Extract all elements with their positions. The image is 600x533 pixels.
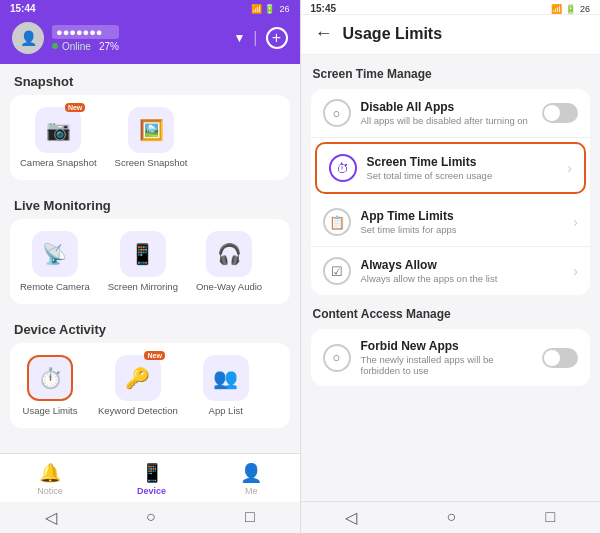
username: ●●●●●●● [52,25,119,39]
nav-device[interactable]: 📱 Device [137,462,166,496]
notice-label: Notice [37,486,63,496]
app-time-limits-title: App Time Limits [361,209,564,223]
screen-time-limits-subtitle: Set total time of screen usage [367,170,558,181]
screen-time-card: ○ Disable All Apps All apps will be disa… [311,89,591,295]
live-monitoring-section: Live Monitoring 📡 Remote Camera 📱 Screen… [0,188,300,312]
keyword-detection-item[interactable]: 🔑 New Keyword Detection [98,355,178,416]
app-list-icon: 👥 [213,366,238,390]
forbid-new-apps-item[interactable]: ○ Forbid New Apps The newly installed ap… [311,329,591,386]
one-way-audio-item[interactable]: 🎧 One-Way Audio [196,231,262,292]
disable-all-apps-text: Disable All Apps All apps will be disabl… [361,100,533,126]
dropdown-icon[interactable]: ▼ [233,31,245,45]
app-time-limits-text: App Time Limits Set time limits for apps [361,209,564,235]
right-panel: 15:45 📶 🔋 26 ← Usage Limits Screen Time … [301,0,601,533]
status-text: Online [62,41,91,52]
bottom-nav: 🔔 Notice 📱 Device 👤 Me [0,453,300,502]
live-monitoring-card: 📡 Remote Camera 📱 Screen Mirroring 🎧 One… [10,219,290,304]
left-header: 👤 ●●●●●●● Online 27% ▼ | + [0,14,300,64]
usage-limits-item[interactable]: ⏱️ Usage Limits [20,355,80,416]
screen-time-group-title: Screen Time Manage [311,67,591,81]
disable-all-apps-toggle[interactable] [542,103,578,123]
disable-all-apps-item[interactable]: ○ Disable All Apps All apps will be disa… [311,89,591,138]
right-battery: 26 [580,4,590,14]
me-icon: 👤 [240,462,262,484]
remote-camera-icon-box: 📡 [32,231,78,277]
one-way-audio-icon-box: 🎧 [206,231,252,277]
screen-mirroring-label: Screen Mirroring [108,281,178,292]
nav-notice[interactable]: 🔔 Notice [37,462,63,496]
camera-badge: New [65,103,85,112]
screen-time-limits-text: Screen Time Limits Set total time of scr… [367,155,558,181]
camera-snapshot-icon: 📷 [46,118,71,142]
device-activity-card: ⏱️ Usage Limits 🔑 New Keyword Detection … [10,343,290,428]
always-allow-subtitle: Always allow the apps on the list [361,273,564,284]
disable-all-apps-title: Disable All Apps [361,100,533,114]
right-status-icons: 📶 🔋 [551,4,576,14]
camera-snapshot-icon-box: 📷 New [35,107,81,153]
header-icons: ▼ | + [233,27,287,49]
always-allow-chevron: › [573,263,578,279]
disable-all-apps-subtitle: All apps will be disabled after turning … [361,115,533,126]
live-monitoring-title: Live Monitoring [0,188,300,219]
disable-all-apps-icon: ○ [323,99,351,127]
keyword-detection-label: Keyword Detection [98,405,178,416]
screen-mirroring-icon: 📱 [130,242,155,266]
screen-mirroring-icon-box: 📱 [120,231,166,277]
device-activity-section: Device Activity ⏱️ Usage Limits 🔑 New Ke… [0,312,300,436]
snapshot-row: 📷 New Camera Snapshot 🖼️ Screen Snapshot [20,107,280,168]
snapshot-section: Snapshot 📷 New Camera Snapshot 🖼️ Screen… [0,64,300,188]
remote-camera-icon: 📡 [42,242,67,266]
header-battery: 27% [99,41,119,52]
content-access-card: ○ Forbid New Apps The newly installed ap… [311,329,591,386]
app-list-icon-box: 👥 [203,355,249,401]
device-icon: 📱 [141,462,163,484]
remote-camera-label: Remote Camera [20,281,90,292]
app-time-limits-item[interactable]: 📋 App Time Limits Set time limits for ap… [311,198,591,247]
remote-camera-item[interactable]: 📡 Remote Camera [20,231,90,292]
left-recents-icon[interactable]: □ [245,508,255,527]
screen-snapshot-label: Screen Snapshot [115,157,188,168]
app-time-limits-chevron: › [573,214,578,230]
always-allow-title: Always Allow [361,258,564,272]
content-access-group-title: Content Access Manage [311,307,591,321]
right-header: ← Usage Limits [301,15,601,55]
right-home-icon[interactable]: ○ [447,508,457,527]
left-back-icon[interactable]: ◁ [45,508,57,527]
app-time-limits-icon: 📋 [323,208,351,236]
add-button[interactable]: + [266,27,288,49]
snapshot-title: Snapshot [0,64,300,95]
camera-snapshot-item[interactable]: 📷 New Camera Snapshot [20,107,97,168]
app-list-label: App List [209,405,243,416]
left-battery: 26 [279,4,289,14]
status-dot [52,43,58,49]
screen-time-limits-item[interactable]: ⏱ Screen Time Limits Set total time of s… [315,142,587,194]
forbid-new-apps-icon: ○ [323,344,351,372]
left-home-icon[interactable]: ○ [146,508,156,527]
system-nav-left: ◁ ○ □ [0,502,300,533]
nav-me[interactable]: 👤 Me [240,462,262,496]
screen-snapshot-item[interactable]: 🖼️ Screen Snapshot [115,107,188,168]
screen-mirroring-item[interactable]: 📱 Screen Mirroring [108,231,178,292]
forbid-new-apps-text: Forbid New Apps The newly installed apps… [361,339,533,376]
always-allow-item[interactable]: ☑ Always Allow Always allow the apps on … [311,247,591,295]
live-monitoring-row: 📡 Remote Camera 📱 Screen Mirroring 🎧 One… [20,231,280,292]
device-activity-row: ⏱️ Usage Limits 🔑 New Keyword Detection … [20,355,280,416]
app-list-item[interactable]: 👥 App List [196,355,256,416]
page-title: Usage Limits [343,25,443,43]
back-button[interactable]: ← [315,23,333,44]
separator: | [253,29,257,47]
one-way-audio-icon: 🎧 [217,242,242,266]
right-back-icon[interactable]: ◁ [345,508,357,527]
me-label: Me [245,486,258,496]
device-activity-title: Device Activity [0,312,300,343]
screen-time-limits-chevron: › [567,160,572,176]
right-recents-icon[interactable]: □ [546,508,556,527]
snapshot-card: 📷 New Camera Snapshot 🖼️ Screen Snapshot [10,95,290,180]
screen-snapshot-icon-box: 🖼️ [128,107,174,153]
keyword-badge: New [144,351,164,360]
left-panel: 15:44 📶 🔋 26 👤 ●●●●●●● Online 27% ▼ | + [0,0,300,533]
forbid-new-apps-toggle[interactable] [542,348,578,368]
system-nav-right: ◁ ○ □ [301,501,601,533]
always-allow-text: Always Allow Always allow the apps on th… [361,258,564,284]
screen-snapshot-icon: 🖼️ [139,118,164,142]
